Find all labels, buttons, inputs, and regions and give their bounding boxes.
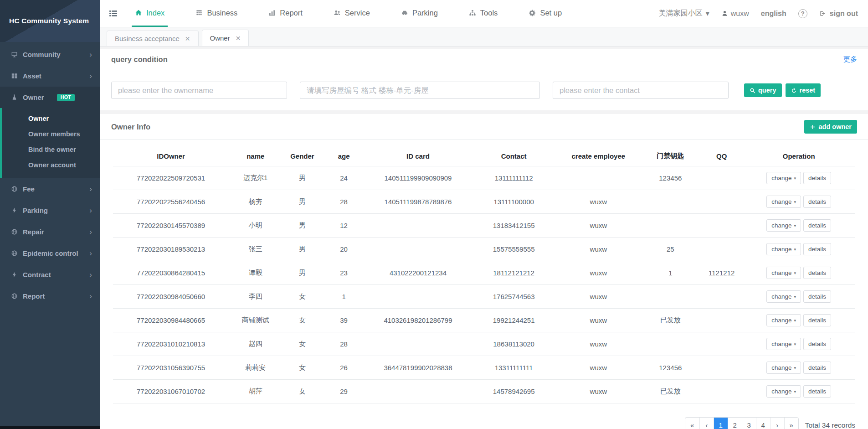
sidebar-item-owner[interactable]: OwnerHOT (0, 87, 100, 108)
chevron-right-icon: › (89, 206, 92, 215)
help-icon[interactable]: ? (798, 9, 807, 18)
cell-door-key: 123456 (640, 356, 701, 380)
details-button[interactable]: details (803, 290, 831, 303)
sign-out-button[interactable]: sign out (819, 10, 858, 18)
reset-button[interactable]: reset (786, 83, 821, 97)
close-icon[interactable]: ✕ (185, 36, 190, 42)
cell-contact: 13311111111 (471, 356, 557, 380)
language-toggle[interactable]: english (761, 10, 786, 18)
total-records-label: Total 34 records (805, 421, 855, 429)
change-button[interactable]: change▾ (766, 172, 801, 184)
nav-item-set-up[interactable]: Set up (525, 0, 565, 27)
cell-operation: change▾details (742, 261, 855, 285)
globe-icon (11, 293, 18, 300)
sidebar-item-fee[interactable]: Fee› (0, 178, 100, 200)
house-number-input[interactable] (300, 82, 540, 99)
sidebar-subitem-owner-account[interactable]: Owner account (2, 157, 100, 173)
topbar-right: 美满家园小区 ▾ wuxw english ? sign out (659, 9, 858, 18)
cell-id-card (365, 285, 471, 309)
details-button[interactable]: details (803, 385, 831, 398)
tab-business-acceptance[interactable]: Business acceptance✕ (107, 31, 199, 46)
nav-item-index[interactable]: Index (132, 0, 168, 27)
nav-item-service[interactable]: Service (330, 0, 373, 27)
cell-door-key (640, 214, 701, 238)
menu-toggle-icon[interactable] (108, 9, 118, 18)
details-button[interactable]: details (803, 243, 831, 255)
sign-out-label: sign out (830, 10, 858, 18)
sidebar-item-epidemic-control[interactable]: Epidemic control› (0, 243, 100, 264)
cell-create-employee: wuxw (557, 285, 640, 309)
pager-page-1[interactable]: 1 (714, 418, 728, 429)
nav-item-parking[interactable]: Parking (398, 0, 441, 27)
bolt-icon (11, 207, 18, 214)
pager-last[interactable]: » (784, 418, 798, 429)
sidebar-subitem-bind-the-owner[interactable]: Bind the owner (2, 142, 100, 157)
sidebar-subitem-owner[interactable]: Owner (2, 111, 100, 126)
user-icon (721, 10, 728, 17)
ownername-input[interactable] (111, 82, 287, 99)
caret-down-icon: ▾ (794, 318, 796, 323)
bolt-icon (11, 271, 18, 278)
nav-item-business[interactable]: Business (192, 0, 241, 27)
pager-first[interactable]: « (685, 418, 699, 429)
cell-contact: 19921244251 (471, 309, 557, 332)
pager-prev[interactable]: ‹ (699, 418, 714, 429)
sidebar-item-repair[interactable]: Repair› (0, 221, 100, 243)
change-button[interactable]: change▾ (766, 267, 801, 279)
caret-down-icon: ▾ (794, 342, 796, 346)
sidebar-item-report[interactable]: Report› (0, 285, 100, 307)
nav-item-tools[interactable]: Tools (466, 0, 501, 27)
pager-page-2[interactable]: 2 (728, 418, 742, 429)
details-button[interactable]: details (803, 314, 831, 326)
cell-gender: 男 (282, 238, 322, 261)
details-button[interactable]: details (803, 362, 831, 374)
change-button[interactable]: change▾ (766, 196, 801, 208)
cell-id-card (365, 332, 471, 356)
details-button[interactable]: details (803, 196, 831, 208)
cell-id: 772022030984480665 (113, 309, 229, 332)
cell-create-employee: wuxw (557, 380, 640, 403)
change-button[interactable]: change▾ (766, 243, 801, 255)
cell-operation: change▾details (742, 166, 855, 190)
cell-age: 28 (322, 332, 365, 356)
pager-next[interactable]: › (770, 418, 784, 429)
cell-create-employee (557, 166, 640, 190)
add-owner-button[interactable]: add owner (804, 120, 857, 134)
sidebar-item-parking[interactable]: Parking› (0, 200, 100, 221)
cell-age: 28 (322, 190, 365, 214)
cell-operation: change▾details (742, 332, 855, 356)
sidebar-submenu: OwnerOwner membersBind the ownerOwner ac… (0, 108, 100, 178)
query-button[interactable]: query (744, 83, 782, 97)
change-button[interactable]: change▾ (766, 219, 801, 232)
change-button[interactable]: change▾ (766, 362, 801, 374)
details-button[interactable]: details (803, 338, 831, 350)
community-selector[interactable]: 美满家园小区 ▾ (659, 9, 709, 18)
pager-page-3[interactable]: 3 (742, 418, 756, 429)
sidebar-active-group: OwnerHOTOwnerOwner membersBind the owner… (0, 87, 100, 178)
cell-create-employee: wuxw (557, 214, 640, 238)
cell-operation: change▾details (742, 285, 855, 309)
details-button[interactable]: details (803, 172, 831, 184)
gear-icon (529, 9, 536, 16)
nav-item-label: Tools (480, 9, 498, 17)
details-button[interactable]: details (803, 267, 831, 279)
pager-page-4[interactable]: 4 (756, 418, 770, 429)
cell-id: 772022030145570389 (113, 214, 229, 238)
change-button[interactable]: change▾ (766, 385, 801, 398)
close-icon[interactable]: ✕ (236, 35, 241, 41)
nav-item-report[interactable]: Report (265, 0, 306, 27)
user-menu[interactable]: wuxw (721, 10, 749, 18)
more-link[interactable]: 更多 (843, 55, 857, 64)
change-button[interactable]: change▾ (766, 338, 801, 350)
sidebar-item-contract[interactable]: Contract› (0, 264, 100, 285)
sidebar-item-community[interactable]: Community› (0, 44, 100, 65)
sidebar-item-asset[interactable]: Asset› (0, 65, 100, 87)
tab-owner[interactable]: Owner✕ (202, 30, 249, 46)
flask-icon (11, 94, 18, 101)
sidebar-subitem-owner-members[interactable]: Owner members (2, 126, 100, 142)
change-button[interactable]: change▾ (766, 314, 801, 326)
contact-input[interactable] (553, 82, 729, 99)
cell-door-key (640, 332, 701, 356)
details-button[interactable]: details (803, 219, 831, 232)
change-button[interactable]: change▾ (766, 290, 801, 303)
